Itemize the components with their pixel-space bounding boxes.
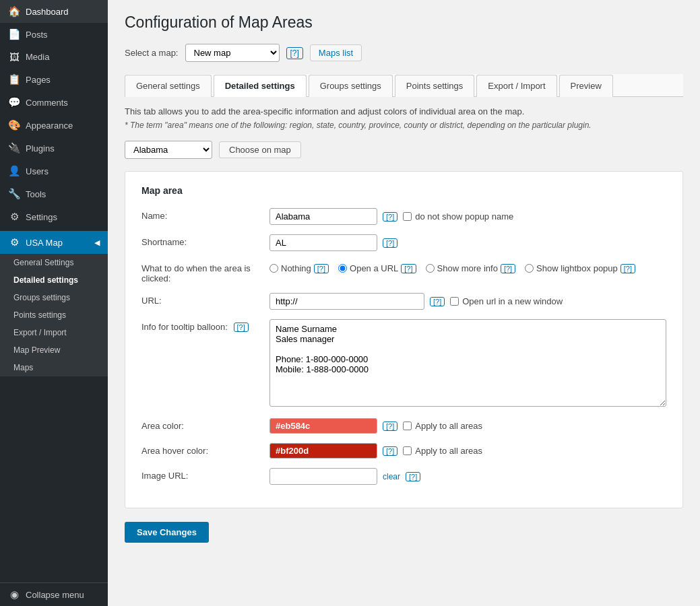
- appearance-icon: 🎨: [8, 119, 20, 131]
- tab-detailed[interactable]: Detailed settings: [214, 75, 307, 97]
- show-more-help[interactable]: [?]: [501, 264, 515, 273]
- tab-general[interactable]: General settings: [125, 75, 212, 97]
- apply-all-hover-checkbox[interactable]: [403, 446, 412, 455]
- radio-lightbox-input[interactable]: [525, 264, 534, 273]
- radio-lightbox[interactable]: Show lightbox popup [?]: [525, 263, 635, 273]
- submenu-item-points-settings[interactable]: Points settings: [0, 306, 108, 324]
- sidebar-item-label: Tools: [26, 189, 46, 199]
- apply-all-area-option[interactable]: Apply to all areas: [403, 421, 482, 431]
- collapse-menu-item[interactable]: ◉ Collapse menu: [0, 582, 108, 606]
- sidebar-item-media[interactable]: 🖼 Media: [0, 46, 108, 68]
- dashboard-icon: 🏠: [8, 5, 20, 18]
- url-help[interactable]: [?]: [430, 297, 445, 306]
- map-select-help[interactable]: [?]: [286, 47, 303, 59]
- area-hover-label: Area hover color:: [141, 443, 269, 456]
- radio-show-more-input[interactable]: [426, 264, 435, 273]
- sidebar-item-label: Settings: [26, 212, 57, 222]
- area-color-row: Area color: [?] Apply to all areas: [141, 418, 666, 434]
- sidebar-item-comments[interactable]: 💬 Comments: [0, 91, 108, 114]
- radio-open-url[interactable]: Open a URL [?]: [338, 263, 416, 273]
- apply-all-area-checkbox[interactable]: [403, 422, 412, 430]
- area-select-row: Alabama Choose on map: [125, 141, 683, 159]
- radio-lightbox-label: Show lightbox popup: [536, 263, 618, 273]
- maps-list-button[interactable]: Maps list: [310, 44, 362, 61]
- image-url-input[interactable]: [269, 468, 377, 485]
- shortname-help[interactable]: [?]: [383, 238, 397, 248]
- map-select-dropdown[interactable]: New map: [185, 44, 280, 62]
- sidebar-item-dashboard[interactable]: 🏠 Dashboard: [0, 0, 108, 23]
- area-color-label: Area color:: [141, 418, 269, 431]
- area-hover-help[interactable]: [?]: [383, 446, 397, 456]
- name-controls: [?] do not show popup name: [269, 208, 513, 225]
- sidebar-item-posts[interactable]: 📄 Posts: [0, 23, 108, 46]
- tab-note: * The term "area" means one of the follo…: [125, 121, 683, 130]
- radio-open-url-input[interactable]: [338, 264, 347, 273]
- area-hover-input[interactable]: [269, 443, 377, 459]
- choose-map-button[interactable]: Choose on map: [219, 141, 301, 158]
- tab-groups[interactable]: Groups settings: [309, 75, 393, 97]
- tooltip-textarea[interactable]: [269, 319, 666, 407]
- area-color-help[interactable]: [?]: [383, 422, 397, 431]
- pages-icon: 📋: [8, 73, 20, 86]
- sidebar-item-plugins[interactable]: 🔌 Plugins: [0, 137, 108, 160]
- sidebar-item-label: Plugins: [26, 143, 55, 154]
- image-url-controls: clear [?]: [269, 468, 420, 485]
- users-icon: 👤: [8, 165, 20, 177]
- map-select-row: Select a map: New map [?] Maps list: [125, 44, 683, 62]
- nothing-help[interactable]: [?]: [314, 264, 329, 273]
- submenu-item-maps[interactable]: Maps: [0, 359, 108, 376]
- no-popup-option[interactable]: do not show popup name: [403, 211, 513, 222]
- sidebar-item-label: Pages: [26, 75, 51, 85]
- submenu-arrow-icon: ◀: [94, 238, 100, 247]
- submenu-label: Map Preview: [13, 345, 60, 355]
- lightbox-help[interactable]: [?]: [621, 264, 635, 273]
- tab-description: This tab allows you to add the area-spec…: [125, 106, 683, 116]
- tab-export[interactable]: Export / Import: [476, 75, 556, 97]
- map-area-title: Map area: [141, 185, 666, 196]
- tab-preview[interactable]: Preview: [559, 75, 613, 97]
- submenu-item-detailed-settings[interactable]: Detailed settings: [0, 271, 108, 289]
- map-select-label: Select a map:: [125, 48, 179, 58]
- area-hover-row: Area hover color: [?] Apply to all areas: [141, 443, 666, 459]
- sidebar-item-pages[interactable]: 📋 Pages: [0, 68, 108, 91]
- submenu-item-export-import[interactable]: Export / Import: [0, 324, 108, 341]
- tab-points[interactable]: Points settings: [395, 75, 475, 97]
- image-url-clear[interactable]: clear: [383, 472, 400, 481]
- area-select-dropdown[interactable]: Alabama: [125, 141, 212, 159]
- image-url-label: Image URL:: [141, 468, 269, 481]
- name-help[interactable]: [?]: [383, 212, 397, 222]
- open-url-help[interactable]: [?]: [401, 264, 416, 273]
- shortname-label: Shortname:: [141, 234, 269, 247]
- sidebar-item-users[interactable]: 👤 Users: [0, 160, 108, 182]
- apply-all-hover-option[interactable]: Apply to all areas: [403, 446, 482, 456]
- name-input[interactable]: [269, 208, 377, 225]
- url-label: URL:: [141, 293, 269, 306]
- tooltip-help[interactable]: [?]: [234, 323, 249, 332]
- area-hover-controls: [?] Apply to all areas: [269, 443, 482, 459]
- url-input[interactable]: [269, 293, 424, 310]
- shortname-input[interactable]: [269, 234, 377, 251]
- main-content: Configuration of Map Areas Select a map:…: [108, 0, 700, 606]
- image-url-help[interactable]: [?]: [406, 472, 420, 481]
- sidebar-item-label: Media: [26, 52, 49, 62]
- new-window-option[interactable]: Open url in a new window: [450, 296, 563, 306]
- name-row: Name: [?] do not show popup name: [141, 208, 666, 225]
- submenu-item-map-preview[interactable]: Map Preview: [0, 341, 108, 359]
- sidebar-item-tools[interactable]: 🔧 Tools: [0, 182, 108, 205]
- sidebar-item-appearance[interactable]: 🎨 Appearance: [0, 114, 108, 137]
- url-controls: [?] Open url in a new window: [269, 293, 563, 310]
- radio-nothing[interactable]: Nothing [?]: [269, 263, 329, 273]
- submenu-label: Detailed settings: [13, 275, 78, 285]
- sidebar-item-settings[interactable]: ⚙ Settings: [0, 205, 108, 228]
- save-changes-button[interactable]: Save Changes: [125, 522, 209, 543]
- radio-nothing-input[interactable]: [269, 264, 278, 273]
- apply-all-hover-label: Apply to all areas: [415, 446, 482, 456]
- image-url-row: Image URL: clear [?]: [141, 468, 666, 485]
- new-window-checkbox[interactable]: [450, 297, 459, 306]
- sidebar-item-usa-map[interactable]: ⚙ USA Map ◀: [0, 231, 108, 254]
- no-popup-checkbox[interactable]: [403, 212, 412, 221]
- area-color-input[interactable]: [269, 418, 377, 434]
- radio-show-more[interactable]: Show more info [?]: [426, 263, 516, 273]
- submenu-item-groups-settings[interactable]: Groups settings: [0, 289, 108, 306]
- submenu-item-general-settings[interactable]: General Settings: [0, 254, 108, 271]
